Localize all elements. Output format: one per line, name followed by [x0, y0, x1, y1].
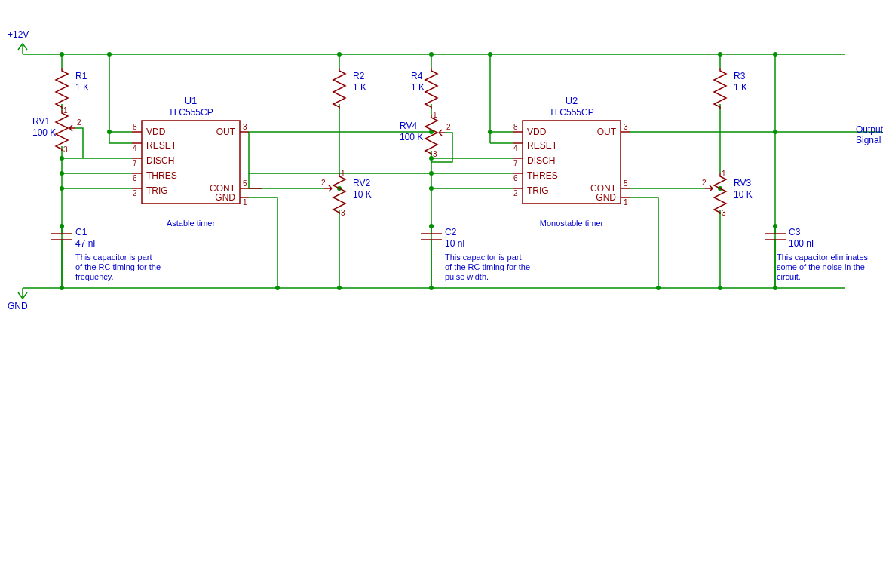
svg-text:7: 7 [513, 159, 518, 167]
r1-ref: R1 [75, 71, 87, 81]
svg-point-22 [488, 130, 492, 134]
svg-text:3: 3 [243, 123, 247, 131]
svg-text:1: 1 [341, 170, 345, 178]
svg-text:1: 1 [433, 111, 437, 119]
pot-rv4: 1 2 3 RV4 100 K [400, 111, 451, 158]
out-label-1: Output [856, 124, 884, 135]
svg-text:TRIG: TRIG [527, 185, 549, 196]
r2-ref: R2 [353, 71, 365, 81]
resistor-r3: R3 1 K [714, 68, 747, 109]
resistor-r1: R1 1 K [56, 68, 89, 109]
svg-point-2 [337, 52, 342, 57]
svg-text:3: 3 [624, 123, 628, 131]
svg-point-8 [60, 171, 64, 176]
svg-point-5 [718, 52, 722, 57]
svg-point-18 [429, 171, 434, 176]
svg-text:3: 3 [433, 150, 437, 158]
svg-text:4: 4 [133, 144, 137, 152]
svg-text:1: 1 [243, 198, 247, 207]
pot-rv1: 1 2 3 RV1 100 K [32, 106, 81, 154]
u1-note: Astable timer [167, 219, 216, 228]
c2-note: This capacitor is partof the RC timing f… [445, 253, 530, 281]
svg-point-6 [773, 52, 777, 57]
svg-text:2: 2 [513, 189, 518, 198]
u1-ref: U1 [185, 95, 198, 106]
svg-text:VDD: VDD [146, 127, 166, 137]
svg-text:1: 1 [63, 106, 68, 115]
ic-u2: 8VDD 4RESET 7DISCH 6THRES 2TRIG 3OUT 5CO… [513, 95, 630, 228]
svg-point-19 [429, 186, 434, 191]
ic-u1: 8VDD 4RESET 7DISCH 6THRES 2TRIG 3OUT 5CO… [132, 95, 262, 228]
svg-text:GND: GND [215, 192, 235, 203]
svg-text:7: 7 [133, 159, 137, 167]
rv3-ref: RV3 [734, 178, 751, 188]
svg-text:RESET: RESET [146, 140, 177, 151]
rv3-val: 10 K [734, 189, 753, 200]
svg-text:VDD: VDD [527, 127, 547, 137]
svg-point-1 [107, 52, 112, 57]
r4-ref: R4 [411, 71, 423, 81]
svg-text:3: 3 [722, 209, 726, 217]
svg-text:2: 2 [77, 118, 81, 127]
c3-ref: C3 [789, 227, 801, 237]
svg-text:RESET: RESET [527, 140, 558, 151]
u2-val: TLC555CP [549, 107, 593, 118]
c1-note: This capacitor is partof the RC timing f… [75, 253, 161, 281]
c1-ref: C1 [75, 227, 87, 237]
r1-val: 1 K [75, 82, 89, 93]
out-label-2: Signal [856, 135, 881, 145]
svg-text:DISCH: DISCH [146, 155, 174, 166]
c1-val: 47 nF [75, 238, 99, 249]
svg-point-26 [773, 130, 777, 134]
svg-text:5: 5 [243, 179, 247, 188]
svg-text:TRIG: TRIG [146, 185, 168, 196]
rv2-val: 10 K [353, 189, 372, 200]
svg-point-25 [718, 286, 722, 290]
svg-text:2: 2 [702, 179, 707, 187]
svg-text:6: 6 [133, 174, 137, 182]
svg-point-7 [60, 156, 64, 161]
svg-text:8: 8 [513, 123, 518, 131]
svg-point-4 [488, 52, 492, 57]
u2-ref: U2 [566, 95, 578, 106]
svg-text:8: 8 [133, 123, 137, 131]
rv2-ref: RV2 [353, 178, 370, 188]
svg-text:2: 2 [446, 123, 451, 131]
svg-text:5: 5 [624, 179, 628, 188]
svg-text:GND: GND [596, 192, 616, 203]
svg-text:4: 4 [513, 144, 518, 152]
svg-text:2: 2 [133, 189, 137, 198]
svg-text:OUT: OUT [597, 127, 617, 137]
c2-val: 10 nF [445, 238, 468, 249]
c3-note: This capacitor eliminatessome of the noi… [777, 253, 869, 281]
resistor-r2: R2 1 K [333, 68, 366, 109]
svg-text:THRES: THRES [146, 170, 177, 181]
r3-ref: R3 [734, 71, 746, 81]
svg-text:1: 1 [624, 198, 628, 207]
svg-point-13 [275, 286, 280, 290]
svg-text:OUT: OUT [216, 127, 236, 137]
svg-point-23 [656, 286, 661, 290]
svg-text:1: 1 [722, 170, 726, 178]
svg-text:3: 3 [63, 145, 68, 154]
r4-val: 1 K [411, 82, 425, 93]
svg-point-0 [60, 52, 64, 57]
rv4-val: 100 K [400, 132, 423, 142]
u2-note: Monostable timer [540, 219, 604, 228]
svg-point-15 [337, 286, 342, 290]
resistor-r4: R4 1 K [411, 68, 437, 109]
svg-point-12 [107, 130, 112, 134]
vcc-label: +12V [8, 29, 29, 40]
r2-val: 1 K [353, 82, 366, 93]
svg-point-9 [60, 186, 64, 191]
rv4-ref: RV4 [400, 121, 417, 131]
svg-text:THRES: THRES [527, 170, 558, 181]
r3-val: 1 K [734, 82, 747, 93]
c3-val: 100 nF [789, 238, 817, 249]
pot-rv3: 1 2 3 RV3 10 K [702, 170, 753, 217]
pot-rv2: 1 2 3 RV2 10 K [321, 170, 372, 217]
svg-text:DISCH: DISCH [527, 155, 555, 166]
svg-text:2: 2 [321, 179, 326, 187]
svg-text:6: 6 [513, 174, 518, 182]
svg-text:3: 3 [341, 209, 345, 217]
